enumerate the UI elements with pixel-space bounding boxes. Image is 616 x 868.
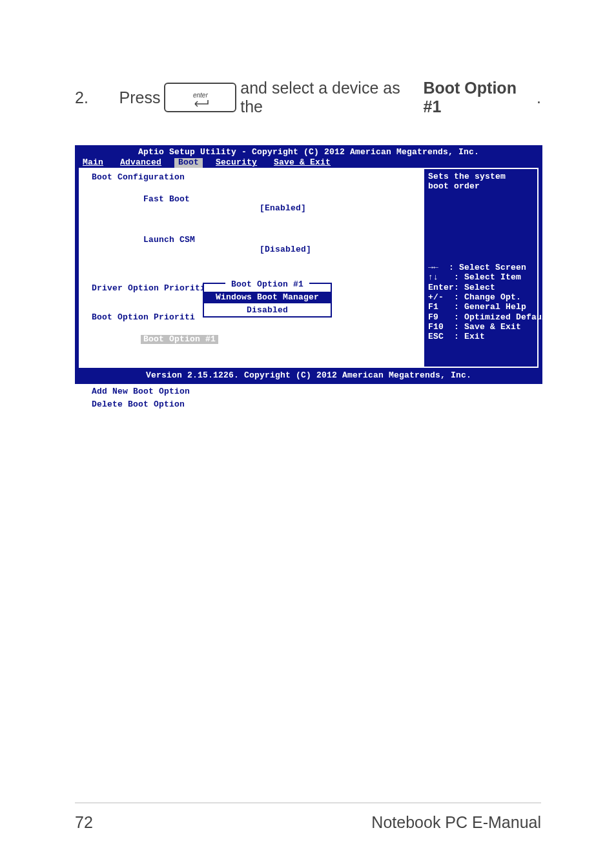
page-footer-rule — [75, 802, 541, 803]
fast-boot-row[interactable]: Fast Boot [Enabled] — [92, 186, 416, 223]
help-key-select-item: ↑↓ : Select Item — [428, 273, 533, 282]
help-key-select-screen: →← : Select Screen — [428, 263, 533, 272]
help-key-exit: ESC : Exit — [428, 332, 533, 341]
fast-boot-value: [Enabled] — [260, 204, 306, 213]
tab-boot[interactable]: Boot — [174, 158, 203, 167]
bios-tabs: MainAdvancedBootSecuritySave & Exit — [76, 158, 541, 167]
help-key-select: Enter: Select — [428, 283, 533, 292]
step-text-after-key-2: . — [537, 88, 541, 107]
step-number: 2. — [75, 88, 96, 107]
launch-csm-row[interactable]: Launch CSM [Disabled] — [92, 227, 416, 263]
bios-body: Boot Configuration Fast Boot [Enabled] L… — [79, 168, 539, 368]
step-text-bold: Boot Option #1 — [424, 79, 537, 116]
help-description-line-2: boot order — [428, 182, 533, 191]
boot-option-1-row[interactable]: Boot Option #1 — [92, 326, 416, 354]
step-text-after-key-1: and select a device as the — [240, 79, 423, 116]
launch-csm-value: [Disabled] — [260, 245, 311, 254]
page-number: 72 — [75, 813, 93, 832]
delete-boot-option[interactable]: Delete Boot Option — [92, 400, 416, 409]
tab-main[interactable]: Main — [79, 158, 107, 167]
boot-option-1-label: Boot Option #1 — [141, 335, 218, 344]
popup-option-disabled[interactable]: Disabled — [204, 305, 331, 316]
step-instruction: 2. Press enter and select a device as th… — [75, 79, 541, 116]
page-root: 2. Press enter and select a device as th… — [0, 0, 616, 868]
bios-help-pane: Sets the system boot order →← : Select S… — [424, 169, 537, 367]
help-key-change-opt: +/- : Change Opt. — [428, 293, 533, 302]
return-arrow-icon — [191, 99, 209, 107]
bios-header: Aptio Setup Utility - Copyright (C) 2012… — [76, 146, 541, 158]
help-key-general-help: F1 : General Help — [428, 303, 533, 312]
tab-security[interactable]: Security — [212, 158, 261, 167]
boot-configuration-heading: Boot Configuration — [92, 173, 416, 182]
help-description-line-1: Sets the system — [428, 172, 533, 181]
fast-boot-label: Fast Boot — [143, 194, 190, 204]
bios-panel: Aptio Setup Utility - Copyright (C) 2012… — [75, 145, 542, 384]
popup-title: Boot Option #1 — [225, 279, 309, 290]
bios-settings-pane: Boot Configuration Fast Boot [Enabled] L… — [92, 170, 416, 365]
enter-key-icon: enter — [164, 83, 236, 112]
launch-csm-label: Launch CSM — [143, 235, 195, 245]
enter-key-label: enter — [193, 92, 208, 99]
popup-option-windows-boot-manager[interactable]: Windows Boot Manager — [204, 290, 331, 305]
add-new-boot-option[interactable]: Add New Boot Option — [92, 387, 416, 396]
page-source: Notebook PC E-Manual — [371, 813, 541, 832]
help-key-save-exit: F10 : Save & Exit — [428, 323, 533, 332]
tab-save-exit[interactable]: Save & Exit — [270, 158, 334, 167]
help-key-opt-defaults: F9 : Optimized Defaults — [428, 313, 533, 322]
step-text-before-key: Press — [119, 88, 161, 107]
boot-option-popup: Boot Option #1 Windows Boot Manager Disa… — [203, 283, 332, 318]
tab-advanced[interactable]: Advanced — [116, 158, 165, 167]
